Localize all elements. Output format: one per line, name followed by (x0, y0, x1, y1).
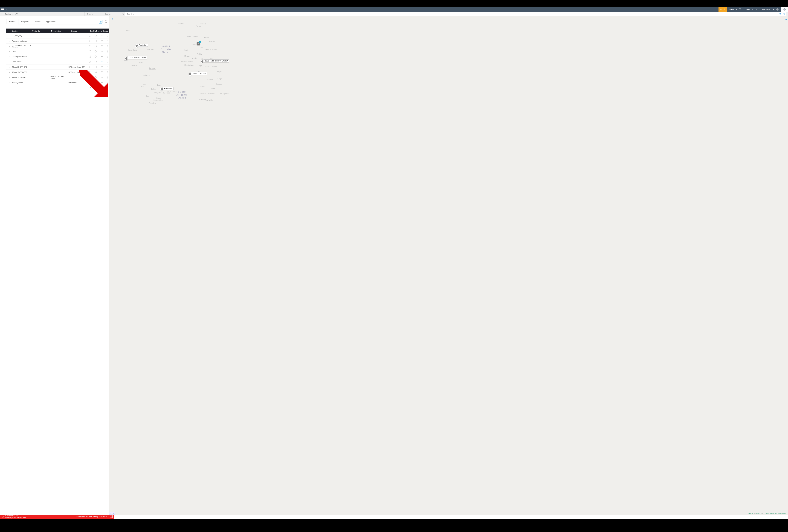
menu-button[interactable] (0, 7, 5, 12)
topbar: ⊂ 78 996M Demo lorenzo.ca... (0, 7, 230, 12)
map-label: Cape Town (198, 99, 206, 100)
renew-toggle[interactable] (93, 35, 98, 37)
map-pane[interactable]: + NorthAtlanticOcean SouthAtlanticOcean … (109, 16, 230, 129)
row-menu-button[interactable] (105, 82, 109, 84)
row-menu-button[interactable] (105, 66, 109, 68)
breadcrumb-root[interactable]: Devices (5, 13, 11, 15)
table-row: BDYZF-7AMFQ-HH89S-DM25... (6, 44, 109, 49)
row-menu-button[interactable] (105, 51, 109, 53)
pager: 1-10 of 21 ‹ › (6, 85, 109, 90)
map-toggle-button[interactable] (99, 20, 102, 23)
enabled-toggle[interactable] (87, 61, 93, 63)
device-name[interactable]: 5G_entryway (12, 35, 32, 37)
device-name[interactable]: DevelopmentStation (12, 56, 32, 58)
map-label: United States (127, 49, 137, 51)
row-menu-button[interactable] (105, 61, 109, 63)
tab-devices[interactable]: Devices (6, 19, 18, 24)
help-button[interactable] (104, 20, 108, 23)
renew-toggle[interactable] (93, 76, 98, 79)
map-label: Mali (191, 65, 194, 66)
enabled-toggle[interactable] (87, 76, 93, 79)
renew-toggle[interactable] (93, 55, 98, 58)
logo: ⊂ (6, 8, 9, 11)
row-menu-button[interactable] (105, 45, 109, 47)
expand-button[interactable] (7, 61, 12, 63)
map-label: Venezuela (149, 69, 156, 71)
show-dropdown[interactable]: Show ... (84, 12, 103, 16)
device-name[interactable]: Fabio-test-OTA (12, 61, 32, 63)
map-marker[interactable]: Plant-USA (135, 44, 138, 47)
breadcrumb-bar: Devices > VPN Show ... Sort by: (0, 12, 230, 16)
status-icon (98, 55, 105, 58)
device-name[interactable]: JSmart10-OTA-SPS (12, 66, 32, 68)
enabled-toggle[interactable] (87, 35, 93, 37)
help-icon (104, 20, 107, 23)
device-name[interactable]: JSmart15-OTA-SPS (12, 71, 32, 73)
expand-button[interactable] (7, 77, 12, 78)
renew-toggle[interactable] (93, 45, 98, 47)
map-marker[interactable]: JSmart7-OTA-SPS (189, 73, 192, 76)
device-name[interactable]: DevAG (12, 51, 32, 52)
table-row: Fabio-test-OTA (6, 59, 109, 64)
enabled-toggle[interactable] (87, 55, 93, 58)
map-marker[interactable]: TSTM-JSmart21-Mexico (125, 57, 128, 60)
map-label: Zambia (210, 87, 215, 90)
enabled-toggle[interactable] (87, 71, 93, 74)
enabled-toggle[interactable] (87, 40, 93, 42)
enabled-toggle[interactable] (87, 66, 93, 68)
sort-direction-button[interactable] (121, 12, 125, 16)
expand-button[interactable] (7, 82, 12, 83)
device-name[interactable]: Jsmart_safety (12, 82, 32, 83)
map-label: Colombia (143, 74, 150, 76)
device-name[interactable]: BDYZF-7AMFQ-HH89S-DM25... (12, 44, 32, 48)
expand-button[interactable] (7, 72, 12, 73)
device-name[interactable]: JSmart7-OTA-SPS (12, 76, 32, 78)
search-wrap (125, 12, 230, 16)
renew-toggle[interactable] (93, 61, 98, 63)
renew-toggle[interactable] (93, 66, 98, 68)
expand-button[interactable] (7, 40, 12, 42)
row-menu-button[interactable] (105, 40, 109, 42)
expand-button[interactable] (7, 35, 12, 37)
map-label: Chile (145, 95, 149, 97)
next-page-button[interactable]: › (105, 86, 106, 89)
map-label: Norway (196, 25, 201, 27)
map-search-button[interactable] (111, 18, 114, 21)
expand-button[interactable] (7, 45, 12, 47)
renew-toggle[interactable] (93, 40, 98, 42)
map-label: Chad (205, 66, 209, 67)
sort-dropdown[interactable]: Sort by: (103, 12, 121, 16)
enabled-toggle[interactable] (87, 50, 93, 53)
prev-page-button[interactable]: ‹ (101, 86, 102, 89)
renew-toggle[interactable] (93, 71, 98, 74)
devices-table: Device Serial No. Description Groups Ena… (6, 28, 109, 90)
tab-applications[interactable]: Applications (43, 19, 58, 24)
svg-point-25 (102, 57, 102, 58)
renew-toggle[interactable] (93, 81, 98, 84)
table-row: JSmart10-OTA-SPSSPS-nuremberg-OTA (6, 64, 109, 70)
svg-point-27 (95, 61, 97, 63)
chevron-down-icon (117, 13, 119, 15)
row-menu-button[interactable] (105, 56, 109, 58)
expand-button[interactable] (7, 66, 12, 68)
row-menu-button[interactable] (105, 35, 109, 37)
table-row: JSmart7-OTA-SPSJSmart7-OTA-SPS-TestFF (6, 75, 109, 80)
svg-point-24 (95, 56, 97, 58)
search-input[interactable] (125, 12, 230, 16)
svg-point-11 (89, 35, 91, 37)
map-marker[interactable]: BDYZF-7AMFQ-HH89S-DM25W (201, 60, 204, 63)
map-marker[interactable]: Plant-Brasil (160, 87, 163, 91)
renew-toggle[interactable] (93, 50, 98, 53)
map-label: Turkey (212, 48, 217, 50)
map-cluster[interactable]: 16 1 (197, 42, 200, 45)
tab-endpoints[interactable]: Endpoints (18, 19, 32, 24)
row-menu-button[interactable] (105, 71, 109, 73)
expand-button[interactable] (7, 56, 12, 57)
row-menu-button[interactable] (105, 76, 109, 79)
enabled-toggle[interactable] (87, 45, 93, 47)
enabled-toggle[interactable] (87, 81, 93, 84)
expand-button[interactable] (7, 51, 12, 52)
grid-icon[interactable] (2, 13, 4, 15)
tab-profiles[interactable]: Profiles (32, 19, 43, 24)
device-name[interactable]: Ascensori_gateway (12, 40, 32, 42)
